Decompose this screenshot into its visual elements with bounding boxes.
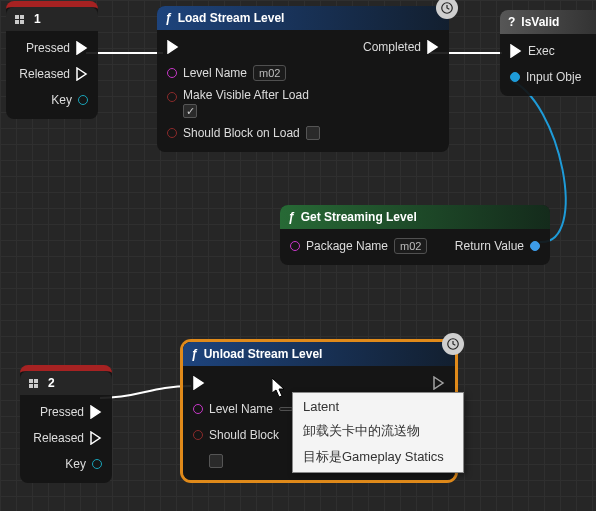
- pin-package-name[interactable]: Package Name m02: [290, 235, 427, 257]
- svg-rect-2: [15, 20, 19, 24]
- function-icon: ƒ: [191, 347, 198, 361]
- svg-marker-17: [194, 377, 203, 389]
- input-glyph-icon: [14, 13, 28, 25]
- exec-in-icon: [193, 376, 205, 390]
- svg-marker-15: [91, 432, 100, 444]
- svg-rect-13: [34, 384, 38, 388]
- pin-exec-in[interactable]: [167, 36, 179, 58]
- node-header: ƒ Get Streaming Level: [280, 205, 550, 229]
- tooltip-line: 卸载关卡中的流送物: [303, 422, 453, 440]
- pin-completed[interactable]: Completed: [363, 36, 439, 58]
- node-title: 1: [34, 12, 41, 26]
- isvalid-node[interactable]: ? IsValid Exec Input Obje: [500, 10, 596, 96]
- svg-rect-3: [20, 20, 24, 24]
- node-title: Get Streaming Level: [301, 210, 417, 224]
- package-name-input[interactable]: m02: [394, 238, 427, 254]
- level-name-input[interactable]: m02: [253, 65, 286, 81]
- input-action-1-node[interactable]: 1 Pressed Released Key: [6, 1, 98, 119]
- make-visible-checkbox[interactable]: ✓: [183, 104, 197, 118]
- exec-out-icon: [90, 405, 102, 419]
- node-header: ƒ Load Stream Level: [157, 6, 449, 30]
- svg-marker-18: [434, 377, 443, 389]
- node-title: Unload Stream Level: [204, 347, 323, 361]
- pin-pressed[interactable]: Pressed: [30, 401, 102, 423]
- latent-badge: [442, 333, 464, 355]
- pin-exec-in[interactable]: [193, 372, 205, 394]
- pin-exec-in[interactable]: Exec: [510, 40, 596, 62]
- pin-return-value[interactable]: Return Value: [455, 235, 540, 257]
- node-title: IsValid: [521, 15, 559, 29]
- level-name-input[interactable]: [279, 407, 293, 411]
- svg-marker-19: [272, 378, 284, 397]
- exec-out-icon: [433, 376, 445, 390]
- svg-rect-0: [15, 15, 19, 19]
- svg-rect-11: [34, 379, 38, 383]
- input-glyph-icon: [28, 377, 42, 389]
- input-action-2-node[interactable]: 2 Pressed Released Key: [20, 365, 112, 483]
- branch-icon: ?: [508, 15, 515, 29]
- exec-out-icon: [427, 40, 439, 54]
- exec-out-icon: [90, 431, 102, 445]
- data-pin-icon: [290, 241, 300, 251]
- get-streaming-level-node[interactable]: ƒ Get Streaming Level Package Name m02 R…: [280, 205, 550, 265]
- svg-rect-1: [20, 15, 24, 19]
- tooltip-line: 目标是Gameplay Statics: [303, 448, 453, 466]
- should-block-checkbox[interactable]: [306, 126, 320, 140]
- exec-in-icon: [167, 40, 179, 54]
- exec-out-icon: [76, 67, 88, 81]
- tooltip: Latent 卸载关卡中的流送物 目标是Gameplay Statics: [292, 392, 464, 473]
- svg-marker-14: [91, 406, 100, 418]
- pin-pressed[interactable]: Pressed: [16, 37, 88, 59]
- pin-released[interactable]: Released: [16, 63, 88, 85]
- svg-marker-9: [511, 45, 520, 57]
- exec-out-icon: [76, 41, 88, 55]
- node-title: Load Stream Level: [178, 11, 285, 25]
- function-icon: ƒ: [165, 11, 172, 25]
- svg-rect-12: [29, 384, 33, 388]
- data-pin-icon: [510, 72, 520, 82]
- tooltip-title: Latent: [303, 399, 453, 414]
- data-pin-icon: [193, 404, 203, 414]
- function-icon: ƒ: [288, 210, 295, 224]
- should-block-checkbox[interactable]: [209, 454, 223, 468]
- load-stream-level-node[interactable]: ƒ Load Stream Level Completed Level Name…: [157, 6, 449, 152]
- data-pin-icon: [78, 95, 88, 105]
- pin-should-block[interactable]: Should Block on Load: [167, 122, 439, 144]
- data-pin-icon: [92, 459, 102, 469]
- node-header: ƒ Unload Stream Level: [183, 342, 455, 366]
- data-pin-icon: [530, 241, 540, 251]
- pin-input-object[interactable]: Input Obje: [510, 66, 596, 88]
- data-pin-icon: [167, 68, 177, 78]
- data-pin-icon: [167, 128, 177, 138]
- pin-exec-out[interactable]: [433, 372, 445, 394]
- node-header: ? IsValid: [500, 10, 596, 34]
- pin-make-visible[interactable]: Make Visible After Load ✓: [167, 88, 439, 118]
- data-pin-icon: [167, 92, 177, 102]
- data-pin-icon: [193, 430, 203, 440]
- pin-released[interactable]: Released: [30, 427, 102, 449]
- pin-level-name[interactable]: Level Name m02: [167, 62, 439, 84]
- node-title: 2: [48, 376, 55, 390]
- svg-marker-5: [77, 68, 86, 80]
- svg-rect-10: [29, 379, 33, 383]
- pin-key[interactable]: Key: [30, 453, 102, 475]
- svg-marker-4: [77, 42, 86, 54]
- pin-key[interactable]: Key: [16, 89, 88, 111]
- svg-marker-8: [428, 41, 437, 53]
- exec-in-icon: [510, 44, 522, 58]
- svg-marker-7: [168, 41, 177, 53]
- latent-badge: [436, 0, 458, 19]
